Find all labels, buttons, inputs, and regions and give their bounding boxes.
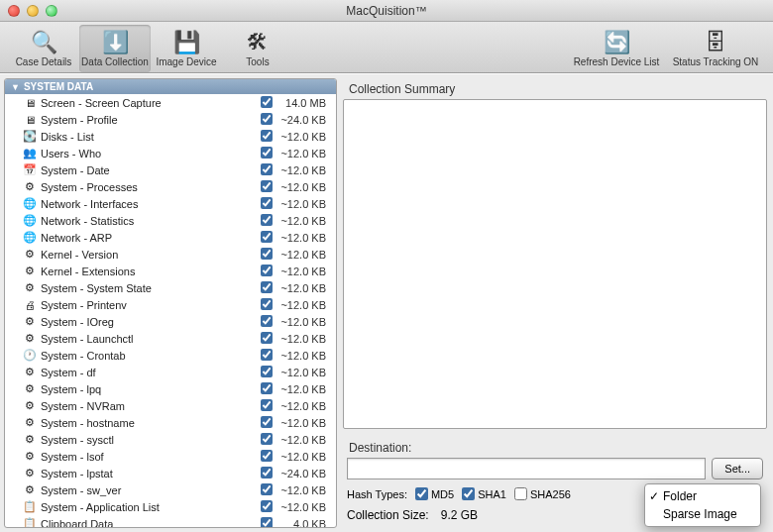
row-checkbox[interactable]	[261, 467, 273, 479]
set-destination-button[interactable]: Set...	[712, 458, 763, 479]
row-icon: 📋	[23, 517, 37, 529]
row-checkbox[interactable]	[261, 265, 273, 276]
row-label: System - df	[41, 367, 259, 378]
refresh-device-list-button[interactable]: 🔄 Refresh Device List	[567, 25, 666, 72]
row-checkbox[interactable]	[261, 147, 273, 159]
system-row[interactable]: ⚙System - IOreg~12.0 KB	[5, 313, 336, 330]
database-icon: 🗄	[702, 29, 729, 56]
system-row[interactable]: ⚙System - sw_ver~12.0 KB	[5, 481, 336, 498]
system-row[interactable]: ⚙System - System State~12.0 KB	[5, 279, 336, 296]
system-row[interactable]: ⚙System - NVRam~12.0 KB	[5, 397, 336, 414]
status-tracking-button[interactable]: 🗄 Status Tracking ON	[666, 25, 765, 72]
popup-item-sparse[interactable]: Sparse Image	[645, 505, 760, 523]
row-checkbox[interactable]	[261, 180, 273, 192]
close-icon[interactable]	[8, 5, 20, 17]
row-icon: ⚙	[23, 248, 37, 262]
row-checkbox[interactable]	[261, 113, 273, 125]
system-data-header[interactable]: ▼ SYSTEM DATA	[5, 79, 336, 94]
row-label: Network - Statistics	[41, 215, 259, 227]
row-checkbox[interactable]	[261, 399, 273, 411]
row-label: Network - Interfaces	[41, 198, 259, 210]
system-row[interactable]: ⚙System - sysctl~12.0 KB	[5, 431, 336, 448]
row-icon: ⚙	[23, 399, 37, 413]
row-size: ~12.0 KB	[275, 350, 332, 362]
row-size: ~12.0 KB	[275, 417, 332, 429]
system-row[interactable]: 🖥Screen - Screen Capture14.0 MB	[5, 94, 336, 111]
row-checkbox[interactable]	[261, 315, 273, 327]
minimize-icon[interactable]	[27, 5, 39, 17]
system-row[interactable]: 👥Users - Who~12.0 KB	[5, 145, 336, 161]
md5-checkbox[interactable]: MD5	[415, 487, 454, 500]
row-label: System - hostname	[41, 417, 259, 429]
row-checkbox[interactable]	[261, 214, 273, 226]
row-checkbox[interactable]	[261, 130, 273, 142]
system-row[interactable]: ⚙Kernel - Version~12.0 KB	[5, 246, 336, 263]
destination-row: Set...	[347, 458, 763, 479]
row-label: Network - ARP	[41, 232, 259, 244]
system-row[interactable]: 🕐System - Crontab~12.0 KB	[5, 347, 336, 364]
row-checkbox[interactable]	[261, 366, 273, 377]
destination-input[interactable]	[347, 458, 706, 479]
system-row[interactable]: ⚙System - lpstat~24.0 KB	[5, 465, 336, 481]
row-checkbox[interactable]	[261, 298, 273, 310]
row-icon: ⚙	[23, 281, 37, 295]
row-icon: 🌐	[23, 231, 37, 245]
row-size: ~12.0 KB	[275, 232, 332, 244]
system-row[interactable]: 💽Disks - List~12.0 KB	[5, 128, 336, 145]
row-checkbox[interactable]	[261, 382, 273, 394]
system-row[interactable]: 📋Clipboard Data4.0 KB	[5, 515, 336, 528]
row-size: ~12.0 KB	[275, 131, 332, 143]
row-icon: ⚙	[23, 332, 37, 346]
row-icon: ⚙	[23, 433, 37, 447]
row-checkbox[interactable]	[261, 96, 273, 108]
row-checkbox[interactable]	[261, 450, 273, 462]
row-icon: ⚙	[23, 315, 37, 329]
system-row[interactable]: 🌐Network - ARP~12.0 KB	[5, 229, 336, 246]
zoom-icon[interactable]	[46, 5, 57, 17]
system-row[interactable]: 📅System - Date~12.0 KB	[5, 161, 336, 178]
row-checkbox[interactable]	[261, 197, 273, 209]
system-row[interactable]: ⚙System - lsof~12.0 KB	[5, 448, 336, 465]
row-checkbox[interactable]	[261, 231, 273, 243]
tools-button[interactable]: 🛠 Tools	[222, 25, 293, 72]
row-icon: 🖥	[23, 96, 37, 110]
data-collection-button[interactable]: ⬇️ Data Collection	[79, 25, 151, 72]
row-size: ~12.0 KB	[275, 434, 332, 446]
system-row[interactable]: ⚙System - hostname~12.0 KB	[5, 414, 336, 431]
sha256-checkbox[interactable]: SHA256	[514, 487, 571, 500]
system-row[interactable]: ⚙System - Processes~12.0 KB	[5, 178, 336, 195]
toolbar-label: Case Details	[16, 56, 72, 67]
row-checkbox[interactable]	[261, 349, 273, 361]
row-size: ~12.0 KB	[275, 501, 332, 513]
row-checkbox[interactable]	[261, 416, 273, 428]
system-row[interactable]: 📋System - Application List~12.0 KB	[5, 498, 336, 515]
row-checkbox[interactable]	[261, 281, 273, 293]
download-box-icon: ⬇️	[101, 29, 129, 56]
system-row[interactable]: ⚙System - df~12.0 KB	[5, 364, 336, 380]
system-row[interactable]: 🖨System - Printenv~12.0 KB	[5, 296, 336, 313]
refresh-icon: 🔄	[603, 29, 630, 56]
image-device-button[interactable]: 💾 Image Device	[151, 25, 222, 72]
row-checkbox[interactable]	[261, 500, 273, 512]
row-checkbox[interactable]	[261, 163, 273, 175]
magnifier-icon: 🔍	[30, 29, 57, 56]
row-checkbox[interactable]	[261, 517, 273, 529]
system-row[interactable]: ⚙System - lpq~12.0 KB	[5, 380, 336, 397]
system-row[interactable]: ⚙System - Launchctl~12.0 KB	[5, 330, 336, 347]
popup-item-folder[interactable]: Folder	[645, 487, 760, 505]
system-row[interactable]: 🖥System - Profile~24.0 KB	[5, 111, 336, 128]
system-row[interactable]: 🌐Network - Interfaces~12.0 KB	[5, 195, 336, 212]
row-checkbox[interactable]	[261, 248, 273, 260]
row-label: System - System State	[41, 282, 259, 294]
row-size: ~12.0 KB	[275, 400, 332, 412]
sha1-checkbox[interactable]: SHA1	[462, 487, 506, 500]
case-details-button[interactable]: 🔍 Case Details	[8, 25, 79, 72]
row-label: System - lpq	[41, 383, 259, 395]
row-checkbox[interactable]	[261, 332, 273, 344]
hash-types-label: Hash Types:	[347, 488, 407, 500]
destination-type-popup: Folder Sparse Image	[644, 483, 761, 527]
system-row[interactable]: 🌐Network - Statistics~12.0 KB	[5, 212, 336, 229]
row-checkbox[interactable]	[261, 433, 273, 445]
system-row[interactable]: ⚙Kernel - Extensions~12.0 KB	[5, 263, 336, 279]
row-checkbox[interactable]	[261, 483, 273, 495]
